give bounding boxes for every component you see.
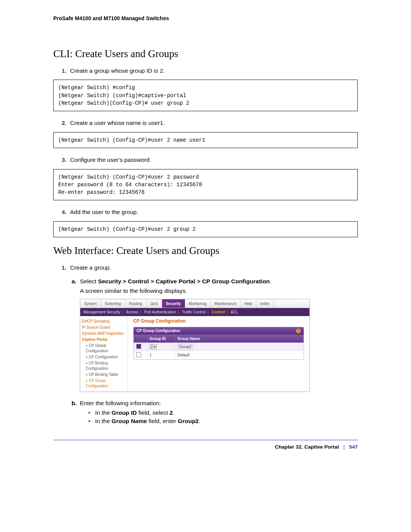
subnav-item[interactable]: ACL [231,310,238,314]
document-header: ProSafe M4100 and M7100 Managed Switches [53,15,358,21]
tab-help[interactable]: Help [241,299,256,308]
substep-label: b. [72,399,80,407]
substep-text: Select Security > Control > Captive Port… [80,277,358,286]
list-item: 3. Configure the user's password. [62,156,358,164]
tab-security[interactable]: Security [162,299,185,308]
sidebar-item[interactable]: » CP Binding Table [82,372,126,378]
step-number: 1. [62,67,70,75]
side-nav: DHCP Snooping IP Source Guard Dynamic AR… [80,316,128,391]
step-text: Create a group whose group ID is 2. [70,67,358,75]
panel-title: CP Group Configuration [133,318,304,324]
code-block: (Netgear Switch) (Config-CP)#user 2 pass… [53,169,358,201]
bullet-item: • In the Group ID field, select 2. [88,409,358,416]
bullet-text: In the Group Name field, enter Group2. [95,418,358,425]
text: . [270,278,271,284]
subnav-item-active[interactable]: Control [212,310,225,314]
tab-monitoring[interactable]: Monitoring [185,299,211,308]
group-id-select[interactable]: 2 ▾ [150,344,157,349]
col-group-id: Group ID [147,335,175,342]
main-tabs: System Switching Routing QoS Security Mo… [80,299,309,308]
sidebar-item[interactable]: » CP Configuration [82,354,126,360]
code-block: (Netgear Switch) #config (Netgear Switch… [53,80,358,111]
step-number: 1. [62,264,70,272]
row-checkbox[interactable] [136,352,141,357]
bullet-text: In the Group ID field, select 2. [95,409,358,416]
group-name-input[interactable]: Group2 [177,344,193,350]
sidebar-item[interactable]: » CP Binding Configruation [82,360,126,372]
footer-chapter: Chapter 32. Captive Portal [275,444,339,450]
substep-text: Enter the following information: [80,399,358,407]
substep-a: a. Select Security > Control > Captive P… [72,277,358,286]
bullet-icon: • [88,418,95,425]
step-number: 4. [62,208,70,216]
list-item: 4. Add the user to the group. [62,208,358,216]
sidebar-item[interactable]: » CP Global Configuration [82,343,126,354]
tab-qos[interactable]: QoS [147,299,162,308]
subnav-item[interactable]: Traffic Control [182,310,206,314]
embedded-screenshot: System Switching Routing QoS Security Mo… [80,299,310,392]
subnav-item[interactable]: Access [126,310,138,314]
tab-maintenance[interactable]: Maintenance [211,299,241,308]
row-checkbox[interactable] [136,344,141,349]
screen-note: A screen similar to the following displa… [80,288,358,294]
sidebar-item-captive-portal[interactable]: Captive Portal [82,337,126,343]
sidebar-item-cp-group-config[interactable]: » CP Group Configuration [82,378,126,389]
cell-group-name: Default [175,351,304,359]
page-footer: Chapter 32. Captive Portal | 547 [53,444,358,450]
bullet-item: • In the Group Name field, enter Group2. [88,418,358,425]
step-text: Add the user to the group. [70,208,358,216]
step-number: 3. [62,156,70,164]
panel-head-label: CP Group Configuration [137,329,180,333]
substep-label: a. [72,277,80,286]
table-row-input: 2 ▾ Group2 [134,342,304,351]
config-panel: CP Group Configuration ? Group ID Group … [133,327,304,360]
code-block: (Netgear Switch) (Config-CP)#user 2 grou… [53,221,358,237]
group-table: Group ID Group Name 2 ▾ Group2 1 Default [134,335,304,359]
tab-system[interactable]: System [80,299,101,308]
subnav-item[interactable]: Management Security [83,310,120,314]
nav-path: Security > Control > Captive Portal > CP… [98,278,269,284]
tab-switching[interactable]: Switching [101,299,125,308]
substep-b: b. Enter the following information: [72,399,358,407]
help-icon[interactable]: ? [296,329,301,333]
sub-nav: Management Security| Access| Port Authen… [80,308,309,316]
section-heading-cli: CLI: Create Users and Groups [53,48,358,60]
step-text: Create a user whose name is user1. [70,119,358,127]
list-item: 2. Create a user whose name is user1. [62,119,358,127]
footer-rule [53,440,358,440]
tab-routing[interactable]: Routing [125,299,146,308]
sidebar-item[interactable]: IP Source Guard [82,324,126,331]
step-number: 2. [62,119,70,127]
step-text: Configure the user's password. [70,156,358,164]
section-heading-web: Web Interface: Create Users and Groups [53,245,358,257]
col-group-name: Group Name [175,335,304,342]
text: Select [80,278,98,284]
list-item: 1. Create a group. [62,264,358,272]
footer-page-number: 547 [349,444,358,450]
sidebar-item[interactable]: DHCP Snooping [82,318,126,324]
code-block: (Netgear Switch) (Config-CP)#user 2 name… [53,132,358,148]
table-row: 1 Default [134,351,304,359]
list-item: 1. Create a group whose group ID is 2. [62,67,358,75]
bullet-icon: • [88,409,95,416]
sidebar-item[interactable]: Dynamic ARP Inspection [82,331,126,337]
col-select [134,335,147,342]
subnav-item[interactable]: Port Authentication [144,310,176,314]
step-text: Create a group. [70,264,358,272]
tab-index[interactable]: Index [256,299,274,308]
cell-group-id: 1 [147,351,175,359]
